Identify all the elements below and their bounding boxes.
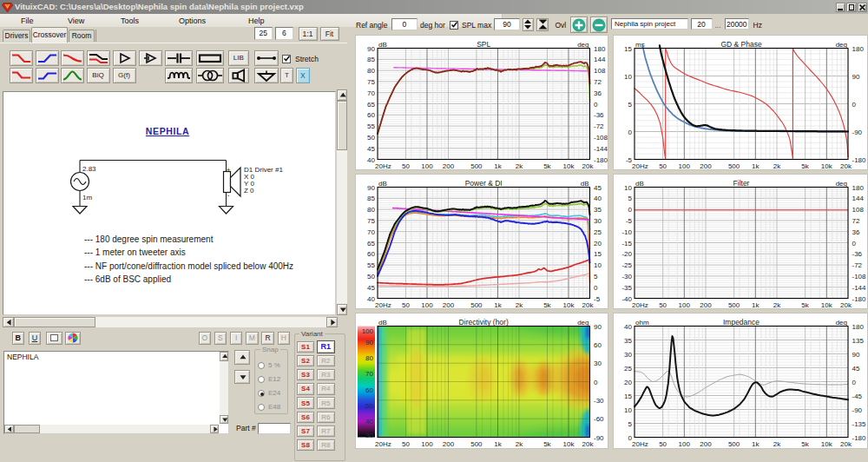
svg-text:65: 65 [367,101,375,109]
svg-text:500: 500 [728,440,740,448]
svg-text:-36: -36 [852,250,863,258]
svg-text:5: 5 [594,273,598,280]
svg-text:0: 0 [628,129,633,136]
svg-text:-108: -108 [594,134,608,142]
svg-text:20Hz: 20Hz [375,301,391,309]
svg-text:10k: 10k [821,301,833,309]
svg-text:180: 180 [594,45,606,53]
svg-text:50: 50 [402,162,410,170]
svg-text:35: 35 [594,206,602,214]
svg-text:45: 45 [367,145,375,153]
svg-text:2k: 2k [516,440,523,448]
svg-text:200: 200 [700,162,712,170]
svg-text:50: 50 [659,301,667,309]
svg-text:500: 500 [470,162,483,170]
svg-text:-30: -30 [594,397,604,405]
svg-text:-45: -45 [852,393,863,400]
svg-text:-90: -90 [594,434,604,442]
svg-text:5k: 5k [801,162,809,170]
svg-text:1k: 1k [494,301,502,309]
svg-text:30: 30 [365,432,373,439]
svg-text:90: 90 [367,184,375,192]
svg-text:-20: -20 [621,250,632,258]
svg-text:10k: 10k [563,301,575,309]
svg-text:5: 5 [628,101,633,109]
svg-text:0: 0 [594,379,598,386]
svg-text:dB: dB [378,319,387,327]
svg-text:50: 50 [659,162,667,170]
svg-text:--- 180 degree spin measuremen: --- 180 degree spin measurement [84,234,214,244]
svg-text:5k: 5k [543,301,551,309]
svg-text:0: 0 [852,240,857,248]
svg-text:80: 80 [365,354,373,362]
svg-text:20k: 20k [840,162,852,170]
svg-text:85: 85 [367,195,375,202]
svg-text:dB: dB [581,180,589,188]
svg-text:20Hz: 20Hz [632,301,648,309]
svg-text:-15: -15 [621,240,632,248]
svg-text:90: 90 [852,351,860,359]
svg-text:-30: -30 [621,273,632,280]
svg-text:40: 40 [594,195,602,202]
svg-text:Filter: Filter [733,179,750,188]
svg-text:200: 200 [443,162,455,170]
svg-text:20k: 20k [582,440,595,448]
svg-text:5k: 5k [543,440,551,448]
svg-text:100: 100 [421,162,433,170]
svg-text:NEPHILA: NEPHILA [146,126,189,136]
svg-text:20: 20 [594,240,602,248]
svg-text:75: 75 [367,217,375,225]
svg-text:100: 100 [421,301,433,309]
svg-text:0: 0 [852,379,857,386]
svg-text:1k: 1k [494,440,502,448]
svg-text:-: - [227,191,230,199]
svg-text:-180: -180 [852,434,867,442]
svg-text:108: 108 [852,206,865,214]
svg-text:40: 40 [624,323,632,331]
svg-text:20Hz: 20Hz [632,440,648,448]
svg-text:25: 25 [624,365,632,373]
svg-text:15: 15 [594,250,602,258]
svg-text:0: 0 [594,284,598,292]
svg-text:-180: -180 [852,295,867,303]
svg-text:50: 50 [365,402,373,410]
svg-text:0: 0 [628,206,633,214]
svg-text:0: 0 [594,101,598,109]
svg-text:85: 85 [367,56,375,63]
svg-text:5k: 5k [801,301,809,309]
svg-text:-72: -72 [594,122,604,130]
svg-text:135: 135 [852,337,865,345]
svg-text:-5: -5 [594,295,601,303]
svg-text:-36: -36 [594,111,604,119]
svg-text:20: 20 [624,379,632,386]
svg-text:--- NF port/cone/diffraction m: --- NF port/cone/diffraction model splic… [84,261,293,271]
svg-text:30: 30 [594,360,602,367]
svg-text:60: 60 [367,111,375,119]
svg-text:200: 200 [443,301,455,309]
svg-text:100: 100 [421,440,433,448]
svg-text:25: 25 [594,228,602,236]
svg-text:Directivity (hor): Directivity (hor) [459,318,509,327]
svg-text:45: 45 [594,184,602,192]
svg-text:45: 45 [367,284,375,292]
svg-text:90: 90 [367,45,375,53]
svg-text:36: 36 [594,89,602,97]
svg-text:-90: -90 [852,406,863,414]
svg-text:100: 100 [679,301,691,309]
svg-text:10k: 10k [821,162,833,170]
svg-text:GD & Phase: GD & Phase [720,40,762,49]
svg-text:100: 100 [679,440,691,448]
svg-text:+: + [227,166,231,174]
svg-text:2k: 2k [516,301,523,309]
svg-text:90: 90 [365,339,373,346]
svg-text:75: 75 [367,78,375,86]
svg-text:deg: deg [836,319,847,327]
svg-text:-40: -40 [621,295,632,303]
svg-text:144: 144 [594,56,606,63]
svg-text:5k: 5k [543,162,551,170]
svg-text:10: 10 [594,261,602,269]
svg-text:60: 60 [365,386,373,394]
svg-text:Power & DI: Power & DI [465,179,503,188]
svg-text:-108: -108 [852,273,867,280]
svg-text:20Hz: 20Hz [375,162,391,170]
